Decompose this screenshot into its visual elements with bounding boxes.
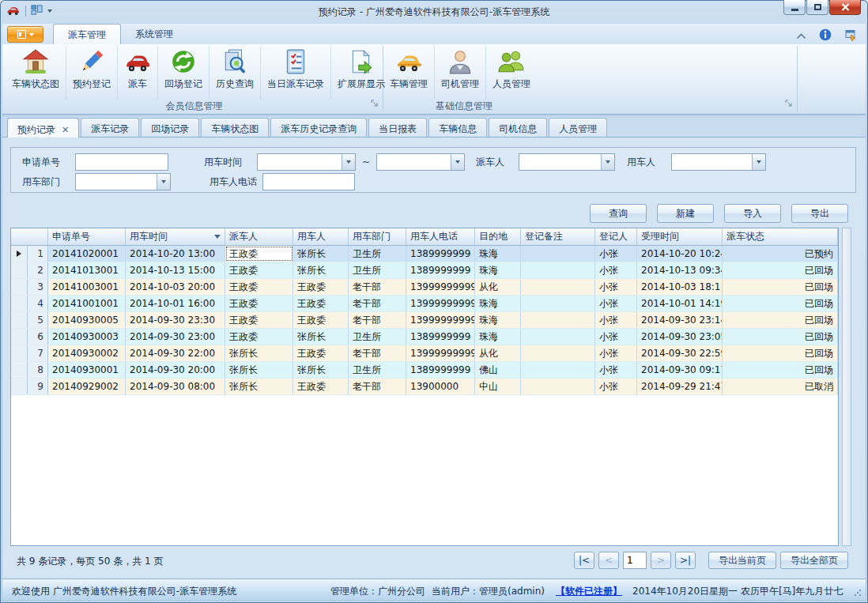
group-dialog-launcher-icon[interactable] [785,99,793,110]
cell-dest[interactable]: 从化 [475,345,521,361]
ribbon-btn-personnel-manage[interactable]: 人员管理 [486,46,537,100]
column-header-7[interactable]: 登记备注 [521,228,595,245]
cell-use_time[interactable]: 2014-10-03 20:00 [126,279,225,295]
use-time-to-combo[interactable] [376,153,465,171]
cell-app_no[interactable]: 20140930003 [48,329,126,345]
cell-status[interactable]: 已回场 [723,296,838,311]
doc-tab-1[interactable]: 派车记录 [81,118,139,137]
chevron-down-icon[interactable] [601,154,614,170]
cell-status[interactable]: 已回场 [723,345,838,361]
cell-user[interactable]: 张所长 [293,246,349,262]
cell-status[interactable]: 已回场 [723,262,838,278]
table-row[interactable]: 1201410200012014-10-20 13:00王政委张所长卫生所138… [11,246,838,262]
cell-dept[interactable]: 老干部 [349,312,406,328]
app-menu-button[interactable] [7,26,43,43]
ribbon-btn-return-register[interactable]: 回场登记 [158,46,209,100]
cell-dest[interactable]: 珠海 [475,296,521,311]
column-header-4[interactable]: 用车部门 [349,228,406,245]
cell-registrar[interactable]: 小张 [595,296,637,311]
cell-user[interactable]: 王政委 [293,279,349,295]
cell-dispatcher[interactable]: 王政委 [225,246,293,262]
new-button[interactable]: 新建 [657,204,714,223]
page-number-input[interactable] [623,552,647,569]
ribbon-btn-reservation[interactable]: 预约登记 [66,46,118,100]
cell-accept_time[interactable]: 2014-10-03 18:11 [637,279,723,295]
cell-use_time[interactable]: 2014-09-30 23:30 [126,312,225,328]
cell-user[interactable]: 王政委 [293,379,349,394]
info-icon[interactable] [819,28,832,43]
cell-remark[interactable] [521,345,595,361]
ribbon-tab-dispatch[interactable]: 派车管理 [53,24,121,44]
doc-tab-7[interactable]: 司机信息 [489,118,547,137]
cell-phone[interactable]: 13900000 [406,379,475,394]
cell-status[interactable]: 已回场 [723,312,838,328]
dept-combo[interactable] [75,173,171,190]
column-header-2[interactable]: 派车人 [225,228,293,245]
table-row[interactable]: 7201409300022014-09-30 22:00张所长王政委老干部139… [11,345,838,362]
ribbon-btn-extend-screen[interactable]: 扩展屏显示 [331,46,391,100]
cell-use_time[interactable]: 2014-09-30 23:00 [126,329,225,345]
cell-dept[interactable]: 老干部 [349,345,406,361]
cell-dispatcher[interactable]: 王政委 [225,296,293,311]
cell-dest[interactable]: 中山 [475,379,521,394]
cell-user[interactable]: 张所长 [293,362,349,378]
table-row[interactable]: 3201410030012014-10-03 20:00王政委王政委老干部139… [11,279,838,296]
skin-style-icon[interactable] [844,28,858,43]
column-header-9[interactable]: 受理时间 [637,228,723,245]
cell-dispatcher[interactable]: 张所长 [225,379,293,394]
cell-app_no[interactable]: 20141001001 [48,296,126,311]
cell-phone[interactable]: 13999999999 [406,296,475,311]
doc-tab-4[interactable]: 派车历史记录查询 [270,118,367,137]
table-row[interactable]: 2201410130012014-10-13 15:00王政委张所长卫生所138… [11,262,838,279]
cell-dept[interactable]: 卫生所 [349,362,406,378]
cell-dept[interactable]: 卫生所 [349,262,406,278]
cell-user[interactable]: 张所长 [293,262,349,278]
cell-app_no[interactable]: 20140930005 [48,312,126,328]
column-header-0[interactable]: 申请单号 [48,228,126,245]
cell-dest[interactable]: 珠海 [475,312,521,328]
use-time-from-combo[interactable] [257,153,356,171]
cell-status[interactable]: 已取消 [723,379,838,394]
table-row[interactable]: 9201409290022014-09-30 08:00张所长王政委老干部139… [11,379,838,395]
cell-use_time[interactable]: 2014-09-30 22:00 [126,345,225,361]
cell-status[interactable]: 已回场 [723,329,838,345]
cell-registrar[interactable]: 小张 [595,279,637,295]
cell-phone[interactable]: 1389999999 [406,262,475,278]
cell-accept_time[interactable]: 2014-10-13 09:34 [637,262,723,278]
cell-use_time[interactable]: 2014-10-20 13:00 [126,246,225,262]
cell-accept_time[interactable]: 2014-09-29 21:47 [637,379,723,394]
cell-dest[interactable]: 珠海 [475,262,521,278]
cell-accept_time[interactable]: 2014-09-30 09:17 [637,362,723,378]
cell-accept_time[interactable]: 2014-09-30 23:14 [637,312,723,328]
doc-tab-2[interactable]: 回场记录 [141,118,199,137]
cell-remark[interactable] [521,362,595,378]
column-header-3[interactable]: 用车人 [293,228,349,245]
doc-tab-6[interactable]: 车辆信息 [428,118,487,137]
cell-phone[interactable]: 1389999999 [406,362,475,378]
cell-remark[interactable] [521,262,595,278]
cell-remark[interactable] [521,312,595,328]
license-link[interactable]: 【软件已注册】 [556,585,622,598]
close-tab-icon[interactable]: ✕ [62,126,69,134]
minimize-button[interactable] [783,0,806,15]
cell-dest[interactable]: 从化 [475,279,521,295]
query-button[interactable]: 查询 [590,204,647,223]
cell-use_time[interactable]: 2014-09-30 20:00 [126,362,225,378]
column-header-1[interactable]: 用车时间 [126,228,225,245]
cell-registrar[interactable]: 小张 [595,329,637,345]
close-button[interactable] [829,0,861,15]
chevron-down-icon[interactable] [752,154,765,170]
doc-tab-8[interactable]: 人员管理 [549,118,607,137]
cell-phone[interactable]: 13999999999 [406,312,475,328]
cell-remark[interactable] [521,329,595,345]
cell-phone[interactable]: 1389999999 [406,246,475,262]
cell-accept_time[interactable]: 2014-10-01 14:19 [637,296,723,311]
cell-phone[interactable]: 13999999999 [406,279,475,295]
cell-use_time[interactable]: 2014-09-30 08:00 [126,379,225,394]
cell-remark[interactable] [521,296,595,311]
cell-app_no[interactable]: 20140930001 [48,362,126,378]
ribbon-tab-system[interactable]: 系统管理 [121,24,187,44]
cell-use_time[interactable]: 2014-10-01 16:00 [126,296,225,311]
cell-remark[interactable] [521,279,595,295]
user-combo[interactable] [671,153,766,171]
